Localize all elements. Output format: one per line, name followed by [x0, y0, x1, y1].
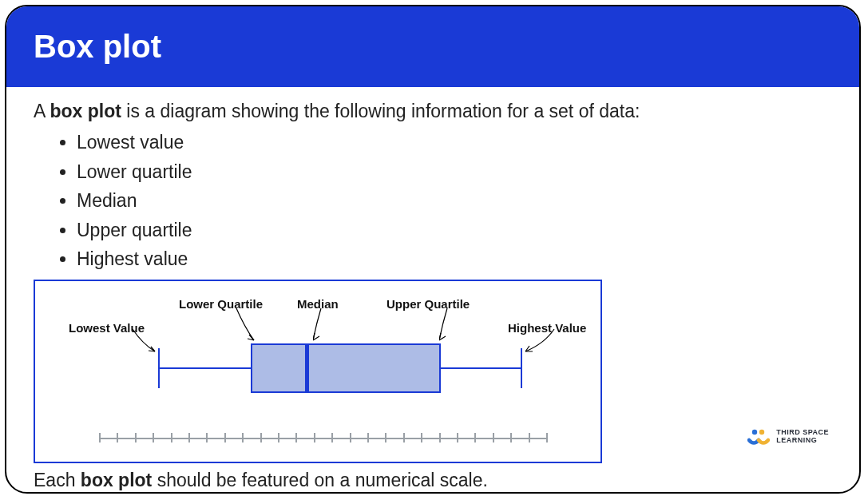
- scale-tick: [260, 433, 262, 442]
- card-header: Box plot: [6, 6, 859, 87]
- label-upper-quartile: Upper Quartile: [386, 297, 470, 311]
- scale-tick: [224, 433, 226, 442]
- logo-text: THIRD SPACE LEARNING: [776, 429, 829, 445]
- box-median-q3: [307, 343, 441, 393]
- scale-tick: [385, 433, 386, 442]
- intro-text: A box plot is a diagram showing the foll…: [34, 98, 832, 124]
- scale-tick: [350, 433, 351, 442]
- scale-tick: [510, 433, 512, 442]
- numerical-scale: [99, 431, 546, 447]
- scale-tick: [439, 433, 441, 442]
- scale-tick: [367, 433, 369, 442]
- scale-tick: [278, 433, 279, 442]
- logo-line2: LEARNING: [776, 436, 817, 444]
- boxplot-diagram: Lowest Value Lower Quartile Median Upper…: [34, 280, 602, 463]
- logo-icon: [747, 428, 770, 446]
- list-item: Upper quartile: [77, 216, 832, 244]
- scale-tick: [493, 433, 494, 442]
- scale-tick: [529, 433, 530, 442]
- brand-logo: THIRD SPACE LEARNING: [747, 428, 829, 446]
- scale-tick: [135, 433, 137, 442]
- list-item: Lowest value: [77, 129, 832, 157]
- outro-post: should be featured on a numerical scale.: [152, 470, 488, 490]
- median-line: [307, 343, 309, 393]
- scale-tick: [153, 433, 154, 442]
- label-lower-quartile: Lower Quartile: [179, 297, 263, 311]
- scale-tick: [206, 433, 208, 442]
- scale-tick: [171, 433, 172, 442]
- scale-axis: [99, 438, 546, 439]
- box-q1-median: [251, 343, 307, 393]
- outro-bold: box plot: [81, 470, 152, 490]
- scale-tick: [295, 433, 297, 442]
- intro-post: is a diagram showing the following infor…: [121, 101, 640, 121]
- scale-tick: [403, 433, 405, 442]
- svg-point-1: [759, 430, 764, 435]
- scale-tick: [474, 433, 476, 442]
- list-item: Highest value: [77, 245, 832, 273]
- intro-pre: A: [34, 101, 50, 121]
- outro-pre: Each: [34, 470, 81, 490]
- outro-text: Each box plot should be featured on a nu…: [34, 470, 832, 491]
- label-median: Median: [297, 297, 339, 311]
- scale-tick: [188, 433, 190, 442]
- boxplot-graphic: [147, 329, 546, 409]
- scale-tick: [331, 433, 333, 442]
- card-body: A box plot is a diagram showing the foll…: [6, 87, 859, 491]
- scale-tick: [421, 433, 422, 442]
- scale-tick: [99, 433, 101, 442]
- logo-line1: THIRD SPACE: [776, 428, 829, 436]
- list-item: Lower quartile: [77, 158, 832, 186]
- whisker-right: [441, 367, 521, 369]
- label-lowest: Lowest Value: [69, 321, 145, 335]
- scale-tick: [242, 433, 244, 442]
- scale-tick: [117, 433, 118, 442]
- info-card: Box plot A box plot is a diagram showing…: [5, 5, 861, 494]
- scale-tick: [457, 433, 458, 442]
- scale-tick: [314, 433, 315, 442]
- list-item: Median: [77, 187, 832, 215]
- scale-tick: [546, 433, 548, 442]
- svg-point-0: [752, 430, 757, 435]
- whisker-left: [158, 367, 251, 369]
- intro-bold: box plot: [50, 101, 121, 121]
- info-list: Lowest value Lower quartile Median Upper…: [77, 129, 832, 273]
- whisker-max-cap: [521, 348, 522, 388]
- card-title: Box plot: [34, 29, 161, 65]
